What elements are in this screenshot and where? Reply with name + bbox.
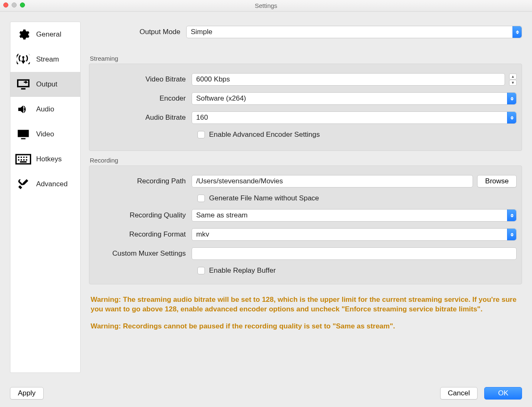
gear-icon <box>15 28 31 41</box>
encoder-select[interactable]: Software (x264) <box>192 92 517 105</box>
filename-no-space-checkbox[interactable] <box>197 195 205 202</box>
enable-replay-buffer-checkbox[interactable] <box>197 267 205 274</box>
sidebar-item-label: Stream <box>36 55 59 64</box>
output-mode-label: Output Mode <box>89 28 186 36</box>
sidebar-item-audio[interactable]: Audio <box>10 97 80 122</box>
warning-audio-bitrate: Warning: The streaming audio bitrate wil… <box>89 295 522 314</box>
recording-heading: Recording <box>89 151 522 165</box>
recording-format-label: Recording Format <box>94 230 192 239</box>
output-mode-value: Simple <box>191 28 212 36</box>
warning-recording-pause: Warning: Recordings cannot be paused if … <box>89 322 522 331</box>
recording-quality-select[interactable]: Same as stream <box>192 209 517 222</box>
sidebar-item-general[interactable]: General <box>10 22 80 47</box>
output-monitor-icon <box>15 78 31 91</box>
streaming-heading: Streaming <box>89 45 522 64</box>
video-bitrate-label: Video Bitrate <box>94 75 192 84</box>
video-bitrate-input[interactable]: 6000 Kbps <box>192 73 505 86</box>
sidebar-item-video[interactable]: Video <box>10 122 80 147</box>
encoder-value: Software (x264) <box>196 94 246 103</box>
antenna-icon <box>15 53 31 66</box>
settings-sidebar: General Stream Output Audio Video <box>10 22 81 373</box>
audio-bitrate-value: 160 <box>196 113 208 122</box>
stepper-up-icon[interactable]: ▲ <box>509 74 517 79</box>
monitor-icon <box>15 128 31 141</box>
enable-advanced-encoder-label: Enable Advanced Encoder Settings <box>209 131 320 139</box>
sidebar-item-label: Output <box>36 80 57 89</box>
recording-path-value: /Users/stevensande/Movies <box>196 177 283 185</box>
dropdown-trigger-icon <box>507 210 516 221</box>
recording-format-value: mkv <box>196 230 209 239</box>
recording-panel: Recording Path /Users/stevensande/Movies… <box>89 165 522 284</box>
filename-no-space-label: Generate File Name without Space <box>209 194 319 202</box>
sidebar-item-label: Audio <box>36 105 54 113</box>
sidebar-item-stream[interactable]: Stream <box>10 47 80 72</box>
enable-replay-buffer-label: Enable Replay Buffer <box>209 266 276 275</box>
sidebar-item-advanced[interactable]: Advanced <box>10 172 80 197</box>
speaker-icon <box>15 103 31 116</box>
window-title: Settings <box>255 2 277 9</box>
dropdown-trigger-icon <box>507 93 516 104</box>
main-panel: Output Mode Simple Streaming Video Bitra… <box>81 22 522 372</box>
output-mode-select[interactable]: Simple <box>186 26 522 38</box>
custom-muxer-input[interactable] <box>192 247 517 260</box>
zoom-window-button[interactable] <box>20 2 25 7</box>
keyboard-icon <box>15 153 31 166</box>
stepper-down-icon[interactable]: ▼ <box>509 80 517 86</box>
recording-path-label: Recording Path <box>94 177 192 185</box>
svg-rect-0 <box>18 130 29 137</box>
recording-path-input[interactable]: /Users/stevensande/Movies <box>192 175 473 187</box>
streaming-panel: Video Bitrate 6000 Kbps ▲ ▼ Encoder Soft… <box>89 64 522 151</box>
cancel-button[interactable]: Cancel <box>440 387 478 400</box>
svg-rect-1 <box>21 138 26 139</box>
dialog-footer: Apply Cancel OK <box>10 387 522 400</box>
recording-quality-value: Same as stream <box>196 211 248 220</box>
recording-quality-label: Recording Quality <box>94 211 192 220</box>
custom-muxer-label: Custom Muxer Settings <box>94 249 192 258</box>
audio-bitrate-label: Audio Bitrate <box>94 113 192 122</box>
recording-format-select[interactable]: mkv <box>192 228 517 241</box>
sidebar-item-label: Advanced <box>36 180 68 188</box>
encoder-label: Encoder <box>94 94 192 103</box>
dropdown-trigger-icon <box>512 26 522 38</box>
audio-bitrate-select[interactable]: 160 <box>192 111 517 124</box>
dropdown-trigger-icon <box>507 229 516 240</box>
video-bitrate-stepper[interactable]: ▲ ▼ <box>509 74 517 86</box>
ok-button[interactable]: OK <box>484 387 522 400</box>
sidebar-item-label: Video <box>36 130 54 138</box>
enable-advanced-encoder-checkbox[interactable] <box>197 131 205 138</box>
apply-button[interactable]: Apply <box>10 387 44 400</box>
sidebar-item-hotkeys[interactable]: Hotkeys <box>10 147 80 172</box>
tools-icon <box>15 178 31 191</box>
sidebar-item-label: General <box>36 30 61 39</box>
close-window-button[interactable] <box>3 2 8 7</box>
video-bitrate-value: 6000 Kbps <box>196 75 230 84</box>
traffic-lights <box>3 2 25 7</box>
sidebar-item-output[interactable]: Output <box>10 72 80 97</box>
sidebar-item-label: Hotkeys <box>36 155 62 163</box>
window-titlebar: Settings <box>0 0 532 12</box>
browse-button[interactable]: Browse <box>477 175 517 187</box>
minimize-window-button[interactable] <box>12 2 17 7</box>
dropdown-trigger-icon <box>507 112 516 123</box>
